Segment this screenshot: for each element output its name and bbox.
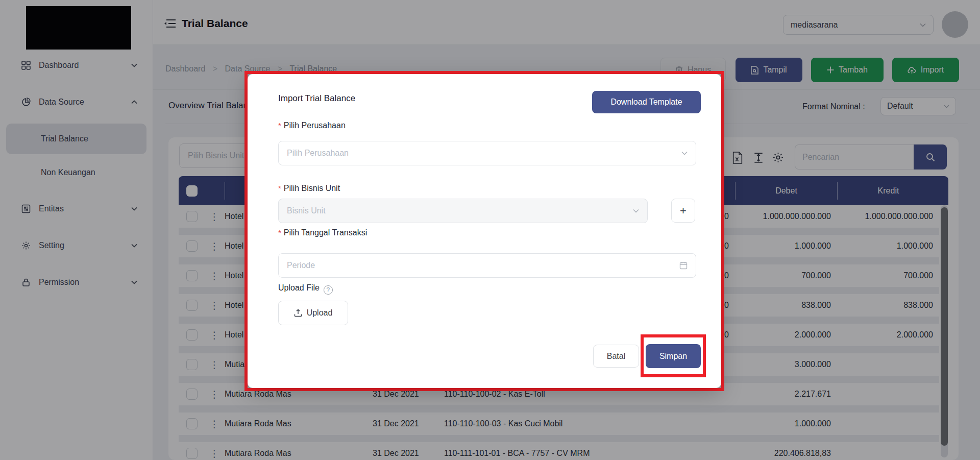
batal-button[interactable]: Batal bbox=[593, 345, 639, 368]
simpan-label: Simpan bbox=[659, 352, 687, 361]
add-bisnis-unit-button[interactable]: + bbox=[671, 199, 695, 223]
bisnis-unit-select[interactable]: Bisnis Unit bbox=[278, 199, 648, 223]
download-template-label: Download Template bbox=[610, 98, 682, 107]
bisnis-unit-placeholder: Bisnis Unit bbox=[287, 206, 326, 215]
app-root: Dashboard Data Source Trial Balance Non … bbox=[0, 0, 980, 460]
plus-icon: + bbox=[680, 204, 687, 217]
upload-file-label: Upload File? bbox=[278, 283, 333, 295]
upload-button-label: Upload bbox=[307, 308, 333, 318]
download-template-button[interactable]: Download Template bbox=[592, 91, 701, 113]
import-modal: Import Trial Balance Download Template *… bbox=[248, 74, 721, 388]
calendar-icon bbox=[679, 261, 688, 270]
required-asterisk: * bbox=[278, 228, 281, 237]
help-icon[interactable]: ? bbox=[324, 285, 333, 295]
required-asterisk: * bbox=[278, 121, 281, 130]
periode-date-input[interactable]: Periode bbox=[278, 253, 696, 278]
bisnis-unit-label: *Pilih Bisnis Unit bbox=[278, 184, 340, 193]
perusahaan-label: *Pilih Perusahaan bbox=[278, 121, 346, 130]
perusahaan-select[interactable]: Pilih Perusahaan bbox=[278, 141, 696, 165]
chevron-down-icon bbox=[681, 151, 688, 155]
tanggal-label: *Pilih Tanggal Transaksi bbox=[278, 228, 367, 237]
periode-placeholder: Periode bbox=[287, 261, 315, 270]
simpan-button[interactable]: Simpan bbox=[646, 344, 701, 368]
batal-label: Batal bbox=[607, 352, 625, 361]
modal-title: Import Trial Balance bbox=[278, 93, 355, 104]
required-asterisk: * bbox=[278, 184, 281, 192]
upload-tray-icon bbox=[294, 309, 302, 317]
perusahaan-placeholder: Pilih Perusahaan bbox=[287, 149, 349, 158]
upload-button[interactable]: Upload bbox=[278, 301, 348, 325]
annotation-box-modal: Import Trial Balance Download Template *… bbox=[244, 71, 724, 391]
chevron-down-icon bbox=[633, 209, 639, 213]
